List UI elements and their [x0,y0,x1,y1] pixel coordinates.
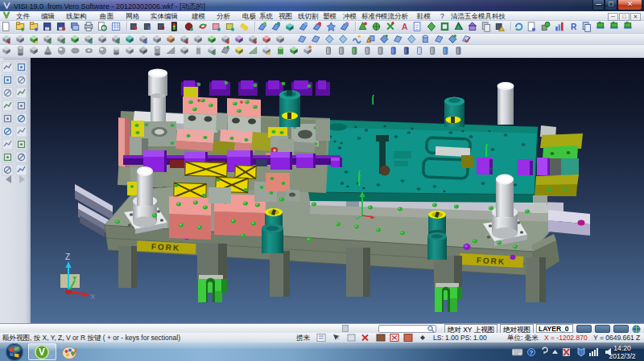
svg-text:Z: Z [65,252,70,261]
svg-text:X: X [90,293,95,301]
svg-text:FORK: FORK [151,242,181,252]
svg-text:FORK: FORK [477,256,506,266]
svg-text:A: A [402,23,408,31]
svg-text:R: R [571,23,577,31]
svg-text:?: ? [530,349,534,356]
